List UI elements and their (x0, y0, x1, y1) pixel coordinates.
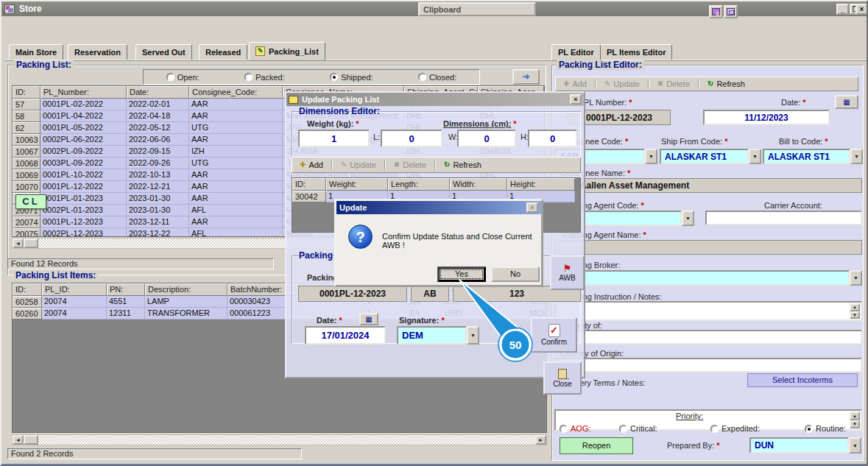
column-header[interactable]: Width: (450, 178, 507, 191)
scroll-left-icon[interactable]: ◄ (13, 239, 24, 248)
delete-icon: ✖ (394, 161, 400, 169)
tab-released[interactable]: Released (199, 44, 247, 60)
delete-button[interactable]: ✖Delete (652, 78, 695, 90)
priority-routine-radio[interactable]: Routine: (805, 424, 846, 433)
width-field[interactable]: 0 (457, 130, 516, 147)
chevron-down-icon[interactable]: ▼ (682, 211, 694, 226)
column-header[interactable]: Length: (388, 178, 450, 191)
column-header[interactable]: Date: (127, 86, 189, 99)
down-icon[interactable]: ▼ (850, 311, 860, 320)
refresh-button[interactable]: ↻Refresh (439, 159, 487, 171)
priority-critical-radio[interactable]: Critical: (619, 424, 657, 433)
dialog-close-button[interactable]: × (570, 94, 582, 105)
scroll-thumb[interactable] (24, 435, 38, 445)
confirm-close-button[interactable]: × (526, 202, 538, 213)
close-button[interactable]: × (855, 4, 868, 15)
confirm-button[interactable]: ✓ Confirm (531, 317, 577, 353)
filter-open-radio[interactable]: Open: (166, 73, 200, 82)
scroll-left-icon[interactable]: ◄ (13, 435, 24, 445)
column-header[interactable]: Consignee_Code: (189, 86, 283, 99)
items-hscrollbar[interactable]: ◄ ► (12, 434, 547, 445)
priority-expedited-radio[interactable]: Expedited: (710, 424, 760, 433)
dialog-date-field[interactable]: 17/01/2024 (305, 326, 386, 345)
column-header[interactable]: ID: (292, 178, 326, 191)
select-incoterms-button[interactable]: Select Incoterms (747, 373, 858, 387)
date-field[interactable]: 11/12/2023 (703, 110, 830, 125)
form-tool-icon-button[interactable] (724, 5, 738, 18)
signature-dropdown[interactable]: DEM ▼ (397, 326, 479, 345)
column-header[interactable]: PL_Number: (40, 86, 127, 99)
chevron-down-icon[interactable]: ▼ (849, 437, 861, 453)
delete-button[interactable]: ✖Delete (389, 159, 431, 171)
bill-to-dropdown[interactable]: ALASKAR ST1 ▼ (763, 149, 863, 164)
priority-label: Priority: (676, 412, 703, 420)
chevron-down-icon[interactable]: ▼ (850, 149, 863, 164)
tab-reservation[interactable]: Reservation (68, 44, 127, 60)
height-field[interactable]: 0 (528, 130, 577, 147)
carrier-account-field[interactable] (705, 211, 862, 225)
weight-field[interactable]: 1 (298, 130, 370, 147)
tab-main-store[interactable]: Main Store (9, 44, 63, 60)
up-icon[interactable]: ▲ (850, 303, 860, 311)
yes-button[interactable]: Yes (437, 266, 486, 282)
filter-closed-radio[interactable]: Closed: (418, 73, 456, 82)
priority-aog-radio[interactable]: AOG: (560, 424, 591, 433)
refresh-button[interactable]: ↻Refresh (702, 78, 750, 90)
shipping-broker-dropdown[interactable]: ▼ (554, 270, 862, 286)
add-button[interactable]: ✚Add (558, 78, 592, 90)
property-of-field[interactable] (554, 330, 862, 345)
column-header[interactable]: PN: (107, 283, 145, 296)
country-of-origin-field[interactable] (554, 358, 862, 373)
up-icon[interactable]: ▲ (850, 412, 860, 420)
tab-packing-list[interactable]: ✎ Packing_List (249, 42, 325, 60)
length-field[interactable]: 0 (381, 130, 442, 147)
go-filter-button[interactable]: ➜ (512, 69, 540, 85)
chevron-down-icon[interactable]: ▼ (850, 270, 862, 286)
cell: 0001PL-10-2022 (40, 169, 127, 181)
update-button[interactable]: ✎Update (599, 78, 645, 90)
column-header[interactable]: Height: (507, 178, 575, 191)
column-header[interactable]: ID: (13, 86, 40, 99)
column-header[interactable]: PL_ID: (42, 283, 107, 296)
filter-shipped-radio[interactable]: Shipped: (330, 73, 373, 82)
cell: 20074 (13, 216, 40, 228)
no-button[interactable]: No (491, 266, 540, 282)
update-confirm-dialog: Update × ? Confirm Update Status and Clo… (334, 199, 543, 287)
chevron-down-icon[interactable]: ▼ (749, 149, 761, 164)
filter-packed-radio[interactable]: Packed: (244, 73, 285, 82)
column-header[interactable]: Weight: (326, 178, 388, 191)
chevron-down-icon[interactable]: ▼ (467, 326, 479, 345)
column-header[interactable]: Description: (145, 283, 227, 296)
store-tool-icon-button[interactable] (709, 5, 723, 18)
confirm-message: Confirm Update Status and Close Current … (382, 232, 538, 250)
column-header[interactable]: ID: (13, 283, 42, 296)
tab-served-out[interactable]: Served Out (135, 44, 192, 60)
calendar-button[interactable]: ▦ (835, 95, 858, 109)
update-button[interactable]: ✎Update (336, 159, 381, 171)
arrow-right-icon: ➜ (522, 71, 529, 82)
tab-pl-items-editor[interactable]: PL Items Editor (600, 44, 672, 60)
down-icon[interactable]: ▼ (850, 420, 860, 429)
weight-label: Weight (kg):* (307, 119, 359, 128)
chevron-down-icon[interactable]: ▼ (645, 149, 657, 164)
scroll-thumb[interactable] (24, 239, 38, 248)
cell: 0003PL-09-2022 (40, 158, 127, 169)
close-dialog-button[interactable]: Close (543, 361, 582, 395)
prepared-by-dropdown[interactable]: DUN ▼ (749, 437, 861, 453)
add-button[interactable]: ✚Add (294, 159, 328, 171)
scroll-right-icon[interactable]: ► (535, 435, 546, 445)
reopen-button[interactable]: Reopen (560, 437, 633, 454)
clipboard-button[interactable]: Clipboard (418, 2, 536, 16)
awb-button[interactable]: ⚑ AWB (550, 255, 585, 290)
tab-pl-editor[interactable]: PL Editor (551, 44, 601, 60)
radio-icon (418, 73, 426, 81)
shipping-instruction-textarea[interactable]: ▲▼ (554, 301, 862, 321)
minimize-button[interactable]: _ (836, 4, 849, 15)
cell: AAR (189, 181, 283, 193)
confirm-title: Update (339, 203, 367, 212)
ship-from-dropdown[interactable]: ALASKAR ST1 ▼ (660, 149, 761, 164)
dialog-icon (289, 96, 298, 104)
cell: 0001PL-04-2022 (40, 110, 127, 122)
calendar-button[interactable]: ▦ (359, 313, 378, 325)
radio-selected-icon (330, 73, 338, 81)
